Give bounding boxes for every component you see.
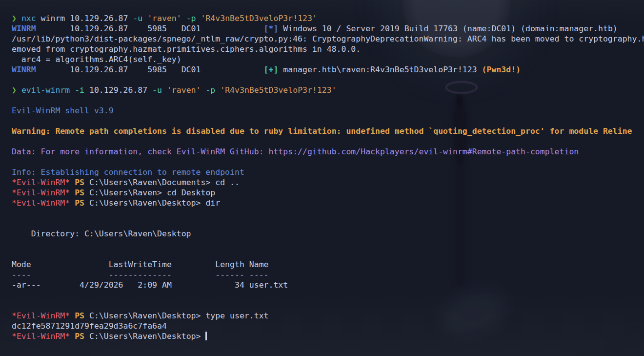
terminal-text: Directory: C:\Users\Raven\Desktop — [12, 229, 191, 238]
terminal-text: WINRM — [12, 24, 36, 33]
terminal-line: WINRM 10.129.26.87 5985 DC01 [*] Windows… — [12, 23, 644, 34]
terminal-text — [215, 85, 220, 95]
terminal-text: Warning: Remote path completions is disa… — [12, 126, 632, 136]
terminal-text: arc4 = algorithms.ARC4(self._key) — [12, 55, 181, 64]
terminal-line: /usr/lib/python3/dist-packages/spnego/_n… — [12, 34, 644, 44]
terminal-line: arc4 = algorithms.ARC4(self._key) — [12, 54, 644, 64]
terminal-text: *Evil-WinRM* — [12, 332, 70, 341]
terminal-text: [+] — [264, 65, 279, 74]
text-cursor — [205, 332, 207, 340]
terminal-text: PS — [75, 178, 84, 187]
terminal-text: emoved from cryptography.hazmat.primitiv… — [12, 44, 361, 54]
terminal-text — [70, 332, 75, 341]
terminal-line — [12, 136, 644, 147]
terminal-line: Warning: Remote path completions is disa… — [12, 126, 644, 136]
terminal-text — [181, 14, 186, 23]
terminal-text: /usr/lib/python3/dist-packages/spnego/_n… — [12, 34, 644, 43]
terminal-text: [*] — [264, 24, 279, 33]
terminal-text: ❯ — [12, 85, 17, 95]
terminal-line: *Evil-WinRM* PS C:\Users\Raven\Desktop> — [12, 331, 644, 341]
terminal-text: -p — [205, 85, 215, 95]
terminal-text: ---- ------------- ------ ---- — [12, 270, 269, 279]
terminal-output: ❯ nxc winrm 10.129.26.87 -u 'raven' -p '… — [12, 13, 644, 352]
terminal[interactable]: ❯ nxc winrm 10.129.26.87 -u 'raven' -p '… — [0, 0, 644, 356]
terminal-text: PS — [75, 332, 84, 341]
terminal-text — [70, 188, 75, 197]
terminal-text: -i — [75, 85, 84, 95]
terminal-line — [12, 239, 644, 249]
terminal-line: ❯ evil-winrm -i 10.129.26.87 -u 'raven' … — [12, 85, 644, 95]
terminal-line: *Evil-WinRM* PS C:\Users\Raven> cd Deskt… — [12, 188, 644, 198]
terminal-line — [12, 116, 644, 126]
terminal-text: *Evil-WinRM* — [12, 311, 70, 320]
terminal-text: *Evil-WinRM* — [12, 198, 70, 208]
terminal-line: Mode LastWriteTime Length Name — [12, 259, 644, 270]
terminal-text: PS — [75, 188, 84, 197]
terminal-text: C:\Users\Raven\Documents> cd .. — [84, 178, 240, 187]
terminal-text: C:\Users\Raven> cd Desktop — [84, 188, 215, 197]
terminal-text — [70, 198, 75, 208]
terminal-text — [162, 85, 167, 95]
terminal-line — [12, 290, 644, 300]
terminal-text: ❯ — [12, 14, 17, 23]
terminal-text — [196, 14, 201, 23]
terminal-text: dc12fe5871291d79fea29d3a6c7fa6a4 — [12, 321, 167, 331]
terminal-line: ---- ------------- ------ ---- — [12, 270, 644, 280]
terminal-text: Windows 10 / Server 2019 Build 17763 (na… — [278, 24, 617, 33]
terminal-text: *Evil-WinRM* — [12, 188, 70, 197]
terminal-line — [12, 75, 644, 85]
terminal-text: -p — [186, 14, 196, 23]
terminal-text: nxc — [21, 14, 36, 23]
terminal-text: winrm 10.129.26.87 — [36, 14, 133, 23]
terminal-text: Evil-WinRM shell v3.9 — [12, 106, 114, 115]
desktop-wallpaper: ❯ nxc winrm 10.129.26.87 -u 'raven' -p '… — [0, 0, 644, 356]
terminal-line — [12, 208, 644, 218]
terminal-text: C:\Users\Raven\Desktop> dir — [84, 198, 220, 208]
terminal-text: WINRM — [12, 65, 36, 74]
terminal-line: Data: For more information, check Evil-W… — [12, 147, 644, 157]
terminal-text: -u — [152, 85, 162, 95]
terminal-text: 10.129.26.87 5985 DC01 — [36, 24, 264, 33]
terminal-text: C:\Users\Raven\Desktop> type user.txt — [84, 311, 269, 320]
terminal-line: Evil-WinRM shell v3.9 — [12, 105, 644, 116]
terminal-line: Info: Establishing connection to remote … — [12, 167, 644, 177]
terminal-text: Mode LastWriteTime Length Name — [12, 260, 269, 269]
terminal-text — [17, 85, 21, 95]
terminal-text: Data: For more information, check Evil-W… — [12, 147, 579, 156]
terminal-text — [70, 311, 75, 320]
terminal-text: evil-winrm — [21, 85, 70, 95]
terminal-text: PS — [75, 198, 84, 208]
terminal-line — [12, 249, 644, 259]
terminal-line: *Evil-WinRM* PS C:\Users\Raven\Documents… — [12, 177, 644, 188]
terminal-text: 'raven' — [167, 85, 201, 95]
terminal-line: ❯ nxc winrm 10.129.26.87 -u 'raven' -p '… — [12, 13, 644, 23]
terminal-text: PS — [75, 311, 84, 320]
terminal-line: dc12fe5871291d79fea29d3a6c7fa6a4 — [12, 321, 644, 331]
terminal-text — [70, 178, 75, 187]
terminal-text: *Evil-WinRM* — [12, 178, 70, 187]
terminal-line: WINRM 10.129.26.87 5985 DC01 [+] manager… — [12, 64, 644, 75]
terminal-line: Directory: C:\Users\Raven\Desktop — [12, 229, 644, 239]
terminal-text — [201, 85, 205, 95]
terminal-line — [12, 218, 644, 229]
terminal-line — [12, 300, 644, 311]
terminal-text: manager.htb\raven:R4v3nBe5tD3veloP3r!123 — [278, 65, 482, 74]
terminal-text: -u — [133, 14, 142, 23]
terminal-text: 'R4v3nBe5tD3veloP3r!123' — [201, 14, 317, 23]
terminal-text: 10.129.26.87 5985 DC01 — [36, 65, 264, 74]
terminal-text: (Pwn3d!) — [482, 65, 521, 74]
terminal-line — [12, 157, 644, 167]
terminal-line: emoved from cryptography.hazmat.primitiv… — [12, 44, 644, 54]
terminal-text: C:\Users\Raven\Desktop> — [84, 332, 205, 341]
terminal-text — [70, 85, 75, 95]
terminal-text: 'raven' — [147, 14, 181, 23]
terminal-line: *Evil-WinRM* PS C:\Users\Raven\Desktop> … — [12, 311, 644, 321]
terminal-line — [12, 95, 644, 105]
terminal-text: -ar--- 4/29/2026 2:09 AM 34 user.txt — [12, 280, 288, 290]
terminal-text: 10.129.26.87 — [84, 85, 152, 95]
terminal-line — [12, 341, 644, 352]
terminal-text: Info: Establishing connection to remote … — [12, 168, 244, 177]
terminal-text: 'R4v3nBe5tD3veloP3r!123' — [220, 85, 336, 95]
terminal-text — [17, 14, 21, 23]
terminal-line: *Evil-WinRM* PS C:\Users\Raven\Desktop> … — [12, 198, 644, 208]
